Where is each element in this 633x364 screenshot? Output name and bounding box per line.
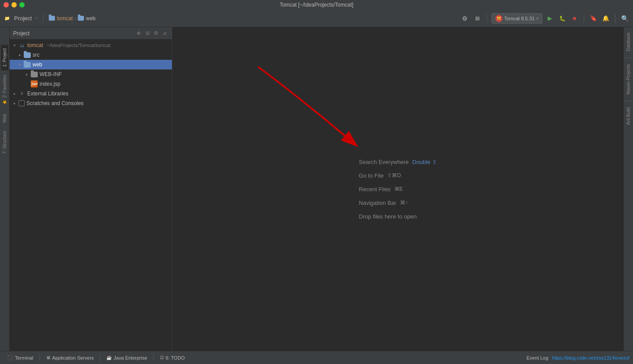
settings-icon[interactable]: ⚙ bbox=[460, 14, 470, 23]
settings-btn[interactable]: ⚙ bbox=[153, 30, 160, 37]
sidebar-header-title: Project bbox=[13, 30, 29, 36]
tree-item-src[interactable]: src bbox=[10, 50, 172, 60]
todo-btn[interactable]: ☑ 6: TODO bbox=[156, 353, 189, 363]
layout-icon[interactable]: ▤ bbox=[473, 14, 482, 23]
breadcrumb-project[interactable]: tomcat bbox=[57, 15, 73, 22]
welcome-hints: Search Everywhere Double ⇧ Go to File ⇧⌘… bbox=[359, 159, 437, 220]
web-folder-icon-tree bbox=[24, 62, 31, 68]
event-log-btn[interactable]: Event Log bbox=[527, 355, 549, 360]
scratches-icon bbox=[18, 100, 25, 106]
sidebar-item-structure[interactable]: 7: Structure bbox=[1, 127, 8, 157]
hint-goto-label: Go to File bbox=[359, 172, 383, 179]
project-sidebar: Project ⊕ ⊟ ⚙ ≡ 🗂 tomcat ~/IdeaProjects/… bbox=[10, 27, 172, 351]
java-enterprise-label: Java Enterprise bbox=[113, 355, 147, 360]
jsp-file-icon: JSP bbox=[31, 80, 38, 87]
breadcrumb: tomcat › web bbox=[49, 15, 95, 22]
run-button[interactable]: ▶ bbox=[545, 14, 555, 23]
tree-label-indexjsp: index.jsp bbox=[40, 81, 60, 87]
java-enterprise-btn[interactable]: ☕ Java Enterprise bbox=[103, 353, 150, 363]
vtab-divider-1 bbox=[625, 58, 632, 58]
expand-arrow-webinf[interactable] bbox=[25, 72, 29, 76]
traffic-lights bbox=[4, 2, 25, 7]
expand-arrow-src[interactable] bbox=[18, 53, 22, 57]
tree-item-indexjsp[interactable]: JSP index.jsp bbox=[10, 79, 172, 89]
hint-drop-files: Drop files here to open bbox=[359, 213, 417, 220]
tree-label-web: web bbox=[33, 62, 42, 68]
tree-item-web[interactable]: web bbox=[10, 60, 172, 69]
gear-icon[interactable]: ≡ bbox=[161, 30, 168, 37]
hint-recent-shortcut: ⌘E bbox=[394, 186, 403, 192]
main-toolbar: 📁 Project ▾ tomcat › web ⚙ ▤ 🐱 Tomcat 8.… bbox=[0, 10, 633, 27]
sidebar-item-favorites[interactable]: ★ 2: Favorites bbox=[0, 71, 10, 109]
run-config-label: Tomcat 8.5.31 bbox=[504, 16, 535, 21]
app-servers-btn[interactable]: 🖥 Application Servers bbox=[43, 353, 98, 363]
main-layout: 1: Project ★ 2: Favorites Web 7: Structu… bbox=[0, 27, 633, 351]
stop-button[interactable]: ■ bbox=[570, 14, 579, 23]
expand-arrow-scratches[interactable] bbox=[12, 101, 17, 106]
maximize-button[interactable] bbox=[19, 2, 25, 7]
sidebar-item-maven[interactable]: Maven Projects bbox=[625, 61, 632, 98]
statusbar-right: Event Log https://blog.csdn.net/zsx1314l… bbox=[527, 355, 629, 360]
toolbar-sep-1 bbox=[43, 14, 44, 23]
hint-nav-bar: Navigation Bar ⌘↑ bbox=[359, 200, 407, 206]
close-button[interactable] bbox=[4, 2, 9, 7]
hint-nav-shortcut: ⌘↑ bbox=[400, 200, 408, 206]
hint-goto-file: Go to File ⇧⌘O bbox=[359, 172, 401, 179]
hint-goto-shortcut: ⇧⌘O bbox=[387, 172, 401, 178]
expand-arrow-tomcat[interactable] bbox=[12, 43, 17, 47]
debug-button[interactable]: 🐛 bbox=[557, 14, 567, 23]
project-folder-icon bbox=[49, 16, 55, 21]
expand-arrow-extlibs[interactable] bbox=[12, 91, 17, 96]
breadcrumb-sep: › bbox=[74, 15, 76, 22]
hint-search-label: Search Everywhere bbox=[359, 159, 408, 165]
toolbar-dropdown-arrow[interactable]: ▾ bbox=[35, 15, 38, 21]
tree-item-scratches[interactable]: Scratches and Consoles bbox=[10, 98, 172, 108]
toolbar-sep-2 bbox=[487, 14, 487, 23]
project-icon: 📁 bbox=[4, 15, 11, 22]
expand-arrow-web[interactable] bbox=[18, 62, 22, 67]
terminal-label: Terminal bbox=[15, 355, 33, 360]
hint-search-everywhere: Search Everywhere Double ⇧ bbox=[359, 159, 437, 165]
run-config-selector[interactable]: 🐱 Tomcat 8.5.31 ▾ bbox=[491, 13, 542, 24]
locate-file-btn[interactable]: ⊕ bbox=[135, 30, 142, 37]
project-root-icon: 🗂 bbox=[18, 42, 25, 49]
tree-item-extlibs[interactable]: ⚟ External Libraries bbox=[10, 89, 172, 98]
app-servers-icon: 🖥 bbox=[46, 355, 51, 360]
hint-drop-label: Drop files here to open bbox=[359, 213, 417, 220]
terminal-icon: ⬛ bbox=[7, 355, 13, 360]
status-url[interactable]: https://blog.csdn.net/zsx1314lovezyf bbox=[552, 355, 629, 360]
window-title: Tomcat [~/IdeaProjects/Tomcat] bbox=[280, 2, 353, 8]
ext-libs-icon: ⚟ bbox=[18, 90, 25, 97]
tree-label-tomcat: tomcat bbox=[27, 42, 43, 48]
todo-label: 6: TODO bbox=[166, 355, 185, 360]
star-icon: ★ bbox=[1, 99, 8, 106]
sidebar-header-actions: ⊕ ⊟ ⚙ ≡ bbox=[135, 30, 168, 37]
tomcat-run-icon: 🐱 bbox=[495, 15, 502, 22]
breadcrumb-web[interactable]: web bbox=[86, 15, 95, 22]
collapse-all-btn[interactable]: ⊟ bbox=[144, 30, 151, 37]
tree-label-src: src bbox=[33, 52, 40, 58]
java-icon: ☕ bbox=[106, 355, 112, 360]
tree-item-tomcat[interactable]: 🗂 tomcat ~/IdeaProjects/Tomcat/tomcat bbox=[10, 40, 172, 50]
sidebar-item-ant[interactable]: Ant Build bbox=[625, 104, 632, 128]
search-everywhere-icon[interactable]: 🔍 bbox=[620, 14, 629, 23]
right-panel-tabs: Database Maven Projects Ant Build bbox=[623, 27, 633, 351]
sidebar-header: Project ⊕ ⊟ ⚙ ≡ bbox=[10, 27, 172, 40]
minimize-button[interactable] bbox=[11, 2, 17, 7]
terminal-btn[interactable]: ⬛ Terminal bbox=[4, 353, 37, 363]
bookmark-icon[interactable]: 🔖 bbox=[589, 14, 598, 23]
hint-recent-files: Recent Files ⌘E bbox=[359, 186, 403, 193]
annotation-arrow bbox=[172, 45, 414, 168]
sidebar-item-web[interactable]: Web bbox=[1, 110, 8, 126]
notifications-icon[interactable]: 🔔 bbox=[601, 14, 611, 23]
status-sep-1 bbox=[40, 354, 40, 361]
sidebar-item-database[interactable]: Database bbox=[625, 29, 632, 55]
project-label: Project bbox=[14, 15, 32, 22]
sidebar-item-project[interactable]: 1: Project bbox=[1, 45, 8, 70]
app-servers-label: Application Servers bbox=[52, 355, 94, 360]
tree-label-webinf: WEB-INF bbox=[40, 71, 62, 77]
hint-nav-label: Navigation Bar bbox=[359, 200, 396, 206]
tree-item-webinf[interactable]: WEB-INF bbox=[10, 69, 172, 79]
hint-search-shortcut: Double ⇧ bbox=[412, 159, 437, 165]
toolbar-sep-3 bbox=[584, 14, 584, 23]
